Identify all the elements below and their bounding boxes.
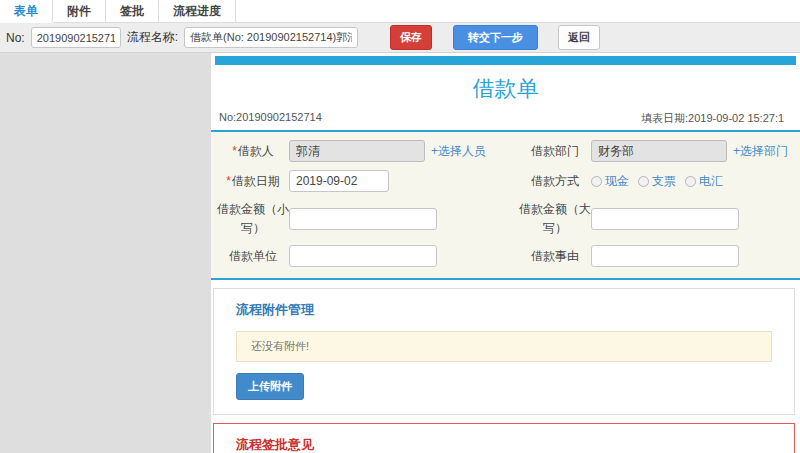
- radio-cash[interactable]: 现金: [591, 173, 629, 190]
- radio-circle-icon: [638, 176, 649, 187]
- tab-bar: 表单 附件 签批 流程进度: [0, 0, 800, 23]
- tab-form[interactable]: 表单: [0, 0, 53, 23]
- approval-comments-heading: 流程签批意见: [236, 436, 794, 453]
- borrow-unit-input[interactable]: [289, 245, 437, 267]
- no-attachments-alert: 还没有附件!: [236, 331, 772, 362]
- tab-attachments[interactable]: 附件: [53, 0, 106, 23]
- fill-date-text: 填表日期:2019-09-02 15:27:1: [641, 111, 784, 126]
- radio-check[interactable]: 支票: [638, 173, 676, 190]
- save-button[interactable]: 保存: [390, 25, 432, 50]
- forward-next-step-button[interactable]: 转交下一步: [453, 25, 538, 50]
- attachments-section: 流程附件管理 还没有附件! 上传附件: [213, 288, 795, 415]
- page-title: 借款单: [211, 74, 800, 104]
- form-row: *借款人 +选择人员 借款部门 +选择部门: [211, 136, 800, 166]
- toolbar: No: 流程名称: 保存 转交下一步 返回: [0, 23, 800, 53]
- form-meta-row: No:20190902152714 填表日期:2019-09-02 15:27:…: [211, 111, 800, 128]
- radio-circle-icon: [591, 176, 602, 187]
- department-label: 借款部门: [519, 142, 591, 161]
- select-person-link[interactable]: +选择人员: [431, 143, 486, 160]
- approval-comments-section: 流程签批意见 B I abc: [213, 423, 795, 453]
- borrow-reason-input[interactable]: [591, 245, 739, 267]
- process-name-label: 流程名称:: [127, 29, 178, 46]
- form-panel: 借款单 No:20190902152714 填表日期:2019-09-02 15…: [211, 53, 800, 453]
- form-row: 借款单位 借款事由: [211, 241, 800, 271]
- department-input[interactable]: [591, 140, 727, 162]
- borrow-unit-label: 借款单位: [217, 247, 289, 266]
- amount-lowercase-input[interactable]: [289, 208, 437, 230]
- tab-bar-filler: [236, 0, 800, 23]
- no-input[interactable]: [31, 27, 121, 48]
- borrow-method-label: 借款方式: [519, 172, 591, 191]
- required-mark: *: [226, 174, 231, 188]
- borrow-date-label: *借款日期: [217, 172, 289, 191]
- back-button[interactable]: 返回: [558, 25, 600, 50]
- amount-uppercase-input[interactable]: [591, 208, 739, 230]
- tab-process-progress[interactable]: 流程进度: [159, 0, 236, 23]
- form-no-text: No:20190902152714: [219, 111, 322, 123]
- required-mark: *: [232, 144, 237, 158]
- process-name-input[interactable]: [184, 27, 358, 48]
- attachments-heading: 流程附件管理: [236, 301, 794, 319]
- radio-wire[interactable]: 电汇: [685, 173, 723, 190]
- form-row: 借款金额（小写） 借款金额（大写）: [211, 196, 800, 241]
- form-fields-area: *借款人 +选择人员 借款部门 +选择部门 *借款日期 借款方式: [211, 130, 800, 280]
- radio-circle-icon: [685, 176, 696, 187]
- select-department-link[interactable]: +选择部门: [733, 143, 788, 160]
- borrow-date-input[interactable]: [289, 170, 389, 192]
- borrow-reason-label: 借款事由: [519, 247, 591, 266]
- form-row: *借款日期 借款方式 现金 支票: [211, 166, 800, 196]
- borrower-label: *借款人: [217, 142, 289, 161]
- no-label: No:: [6, 31, 25, 45]
- amount-uppercase-label: 借款金额（大写）: [519, 200, 591, 237]
- tab-approval[interactable]: 签批: [106, 0, 159, 23]
- borrow-method-radio-group: 现金 支票 电汇: [591, 173, 723, 190]
- amount-lowercase-label: 借款金额（小写）: [217, 200, 289, 237]
- panel-top-bar: [215, 56, 796, 65]
- borrower-input[interactable]: [289, 140, 425, 162]
- upload-attachment-button[interactable]: 上传附件: [236, 373, 304, 400]
- main-area: 借款单 No:20190902152714 填表日期:2019-09-02 15…: [0, 53, 800, 453]
